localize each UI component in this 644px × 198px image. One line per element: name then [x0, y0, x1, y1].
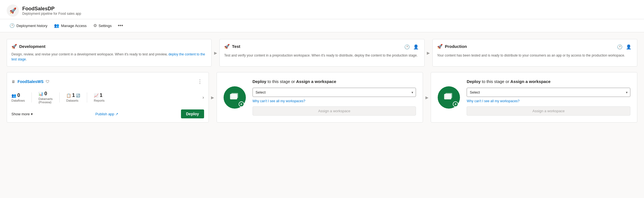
- publish-app-label: Publish app: [95, 112, 114, 116]
- stat-datamarts-top: 📊 0: [38, 91, 47, 97]
- stat-divider-2: [59, 92, 60, 102]
- development-stage-title: Development: [19, 44, 45, 49]
- arrow-bottom-dev-to-test: ▶: [209, 72, 217, 123]
- production-history-button[interactable]: 🕐: [616, 44, 624, 50]
- deploy-card-production: + Deploy to this stage or Assign a works…: [431, 72, 637, 123]
- workspace-sensitivity-icon: 🛡: [46, 79, 50, 84]
- show-more-button[interactable]: Show more ▾: [11, 112, 33, 116]
- test-title-row: 🚀 Test: [224, 44, 240, 49]
- production-stage-description: Your content has been tested and is read…: [437, 53, 633, 58]
- development-title-row: 🚀 Development: [11, 44, 45, 49]
- development-stage-icon: 🚀: [11, 44, 17, 49]
- workspace-select-wrapper-test: Select ▾: [253, 88, 416, 97]
- settings-label: Settings: [99, 24, 112, 28]
- stat-datasets: 📋 1 🔄 Datasets: [66, 92, 87, 102]
- arrow-dev-to-test: ▶: [212, 39, 219, 67]
- deploy-button[interactable]: Deploy: [181, 109, 204, 118]
- deployment-history-label: Deployment history: [16, 24, 47, 28]
- manage-access-icon: 👥: [54, 23, 59, 28]
- show-more-chevron-icon: ▾: [31, 112, 33, 116]
- workspace-icon: 🖥: [11, 79, 15, 84]
- show-more-label: Show more: [11, 112, 30, 116]
- stats-chevron-icon[interactable]: ›: [202, 95, 204, 100]
- test-stage-card: 🚀 Test 🕐 👤 Test and verify your content …: [219, 39, 424, 67]
- stat-reports: 📈 1 Reports: [94, 92, 111, 102]
- datamarts-count: 0: [44, 91, 47, 97]
- stat-dataflows: 👥 0 Dataflows: [11, 92, 31, 102]
- test-stage-actions: 🕐 👤: [403, 44, 420, 50]
- test-stage-description: Test and verify your content in a prepro…: [224, 53, 420, 58]
- workspace-select-production[interactable]: Select: [467, 88, 630, 97]
- stat-divider-1: [31, 92, 32, 102]
- main-content: 🚀 Development Design, review, and revise…: [0, 32, 644, 198]
- workspace-select-test[interactable]: Select: [253, 88, 416, 97]
- datamarts-icon: 📊: [38, 92, 43, 96]
- refresh-icon: 🔄: [76, 94, 80, 97]
- production-stage-title: Production: [445, 44, 467, 49]
- assign-workspace-button-test[interactable]: Assign a workspace: [253, 106, 416, 116]
- workspace-header: 🖥 FoodSalesWS 🛡 ⋮: [11, 78, 204, 85]
- test-stage-header: 🚀 Test 🕐 👤: [224, 44, 420, 50]
- datasets-label: Datasets: [66, 99, 78, 102]
- external-link-icon: ↗: [115, 112, 118, 116]
- reports-icon: 📈: [94, 93, 99, 98]
- app-logo-icon: 🚀: [7, 4, 19, 17]
- deploy-graphic-test: +: [224, 86, 246, 109]
- reports-label: Reports: [94, 99, 105, 102]
- development-stage-header: 🚀 Development: [11, 44, 207, 49]
- app-header: 🚀 FoodSalesDP Deployment pipeline for Fo…: [0, 0, 644, 19]
- more-icon: •••: [118, 23, 123, 28]
- test-settings-button[interactable]: 👤: [412, 44, 420, 50]
- more-options-button[interactable]: •••: [116, 22, 125, 30]
- deploy-graphic-icon-production: [443, 92, 454, 103]
- arrow-test-to-prod: ▶: [425, 39, 432, 67]
- workspace-menu-button[interactable]: ⋮: [196, 78, 204, 85]
- pipeline-stages-row: 🚀 Development Design, review, and revise…: [7, 39, 637, 67]
- manage-access-button[interactable]: 👥 Manage Access: [51, 21, 89, 30]
- production-stage-header: 🚀 Production 🕐 👤: [437, 44, 633, 50]
- app-title: FoodSalesDP: [22, 6, 81, 12]
- dataflows-label: Dataflows: [11, 99, 25, 102]
- deploy-plus-icon-production: +: [453, 101, 458, 107]
- stat-divider-3: [87, 92, 87, 102]
- test-stage-title: Test: [232, 44, 240, 49]
- deploy-plus-icon-test: +: [239, 101, 244, 107]
- production-stage-card: 🚀 Production 🕐 👤 Your content has been t…: [432, 39, 637, 67]
- test-history-button[interactable]: 🕐: [403, 44, 411, 50]
- deploy-right-production: Deploy to this stage or Assign a workspa…: [467, 79, 630, 116]
- deploy-graphic-icon-test: [229, 92, 240, 103]
- production-stage-icon: 🚀: [437, 44, 443, 49]
- datamarts-label: Datamarts(Preview): [38, 97, 53, 104]
- assign-workspace-button-production[interactable]: Assign a workspace: [467, 106, 630, 116]
- deploy-panel-title-test: Deploy to this stage or Assign a workspa…: [253, 79, 416, 84]
- workspace-footer: Show more ▾ Publish app ↗ Deploy: [11, 109, 204, 118]
- datasets-count: 1: [72, 92, 75, 98]
- deploy-panel-title-production: Deploy to this stage or Assign a workspa…: [467, 79, 630, 84]
- why-link-production[interactable]: Why can't I see all my workspaces?: [467, 99, 630, 103]
- toolbar: 🕐 Deployment history 👥 Manage Access ⚙ S…: [0, 19, 644, 32]
- dataflows-icon: 👥: [11, 93, 16, 98]
- publish-app-button[interactable]: Publish app ↗: [95, 112, 118, 116]
- production-stage-actions: 🕐 👤: [616, 44, 633, 50]
- deploy-card-test: + Deploy to this stage or Assign a works…: [217, 72, 423, 123]
- pipeline-bottom-row: 🖥 FoodSalesWS 🛡 ⋮ 👥 0 Dataflows: [7, 72, 637, 123]
- workspace-select-wrapper-production: Select ▾: [467, 88, 630, 97]
- deploy-link[interactable]: deploy the content to the test stage: [11, 52, 205, 61]
- history-icon: 🕐: [9, 23, 15, 28]
- why-link-test[interactable]: Why can't I see all my workspaces?: [253, 99, 416, 103]
- app-subtitle: Deployment pipeline for Food sales app: [22, 12, 81, 16]
- deployment-history-button[interactable]: 🕐 Deployment history: [7, 21, 50, 30]
- deploy-graphic-production: +: [438, 86, 460, 109]
- stat-reports-top: 📈 1: [94, 92, 102, 98]
- development-stage-card: 🚀 Development Design, review, and revise…: [7, 39, 212, 67]
- workspace-card: 🖥 FoodSalesWS 🛡 ⋮ 👥 0 Dataflows: [7, 72, 209, 123]
- dataflows-count: 0: [17, 92, 20, 98]
- settings-button[interactable]: ⚙ Settings: [90, 21, 114, 30]
- workspace-name[interactable]: FoodSalesWS: [18, 79, 43, 84]
- workspace-title-row: 🖥 FoodSalesWS 🛡: [11, 79, 50, 84]
- production-title-row: 🚀 Production: [437, 44, 467, 49]
- production-settings-button[interactable]: 👤: [625, 44, 633, 50]
- app-title-block: FoodSalesDP Deployment pipeline for Food…: [22, 6, 81, 16]
- arrow-bottom-test-to-prod: ▶: [423, 72, 431, 123]
- reports-count: 1: [100, 92, 102, 98]
